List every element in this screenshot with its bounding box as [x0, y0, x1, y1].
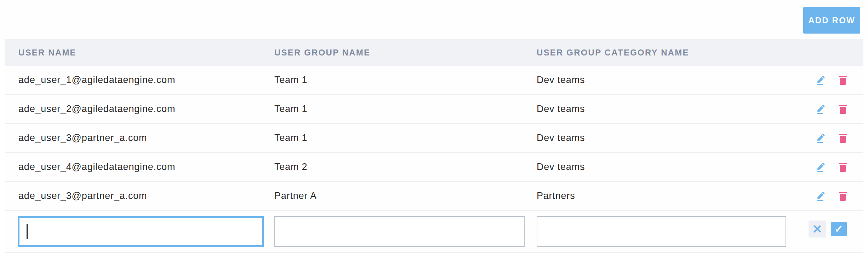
- delete-row-button[interactable]: [838, 104, 848, 114]
- trash-icon: [838, 133, 847, 143]
- table-row: ade_user_3@partner_a.com Partner A Partn…: [5, 182, 863, 211]
- cell-user-name: ade_user_1@agiledataengine.com: [5, 75, 274, 86]
- cell-user-name: ade_user_2@agiledataengine.com: [5, 104, 274, 115]
- edit-row-button[interactable]: [816, 190, 826, 201]
- row-actions: [799, 133, 863, 143]
- cell-user-group-name: Team 1: [274, 133, 537, 143]
- table-row: ade_user_2@agiledataengine.com Team 1 De…: [5, 95, 863, 124]
- table-row: ade_user_1@agiledataengine.com Team 1 De…: [5, 66, 863, 95]
- cancel-new-row-button[interactable]: ✕: [809, 221, 826, 238]
- table-body: ade_user_1@agiledataengine.com Team 1 De…: [5, 66, 863, 211]
- text-caret: [27, 224, 28, 239]
- cell-user-name: ade_user_3@partner_a.com: [5, 133, 274, 143]
- delete-row-button[interactable]: [838, 162, 848, 172]
- pencil-icon: [816, 162, 826, 172]
- cell-user-group-name: Partner A: [274, 190, 537, 201]
- table-row: ade_user_3@partner_a.com Team 1 Dev team…: [5, 124, 863, 153]
- cell-user-group-name: Team 2: [274, 162, 537, 172]
- pencil-icon: [816, 104, 826, 114]
- cell-user-group-category-name: Dev teams: [537, 75, 799, 86]
- trash-icon: [838, 162, 847, 172]
- confirm-new-row-button[interactable]: ✓: [831, 222, 847, 236]
- cell-user-group-category-name: Dev teams: [537, 104, 799, 115]
- trash-icon: [838, 104, 847, 114]
- pencil-icon: [816, 75, 826, 85]
- table-row: ade_user_4@agiledataengine.com Team 2 De…: [5, 153, 863, 182]
- delete-row-button[interactable]: [838, 133, 848, 143]
- x-icon: ✕: [812, 223, 822, 235]
- pencil-icon: [816, 190, 826, 201]
- header-user-group-category-name: USER GROUP CATEGORY NAME: [537, 48, 799, 58]
- edit-row-button[interactable]: [816, 104, 826, 114]
- new-user-group-name-wrap: [274, 216, 525, 247]
- edit-row-button[interactable]: [816, 162, 826, 172]
- trash-icon: [838, 190, 847, 201]
- check-icon: ✓: [834, 224, 843, 234]
- toolbar: ADD ROW: [0, 0, 868, 39]
- new-user-group-category-input[interactable]: [537, 216, 786, 247]
- user-groups-table: USER NAME USER GROUP NAME USER GROUP CAT…: [5, 39, 863, 253]
- edit-row-button[interactable]: [816, 133, 826, 143]
- cell-user-name: ade_user_4@agiledataengine.com: [5, 162, 274, 172]
- add-row-button[interactable]: ADD ROW: [803, 7, 860, 34]
- cell-user-name: ade_user_3@partner_a.com: [5, 190, 274, 201]
- cell-user-group-name: Team 1: [274, 75, 537, 86]
- row-actions: [799, 75, 863, 85]
- row-actions: [799, 104, 863, 114]
- row-actions: [799, 190, 863, 201]
- pencil-icon: [816, 133, 826, 143]
- header-user-name: USER NAME: [5, 48, 274, 58]
- new-user-group-category-wrap: [537, 216, 786, 247]
- delete-row-button[interactable]: [838, 190, 848, 201]
- delete-row-button[interactable]: [838, 75, 848, 85]
- row-actions: [799, 162, 863, 172]
- cell-user-group-category-name: Dev teams: [537, 162, 799, 172]
- cell-user-group-name: Team 1: [274, 104, 537, 115]
- cell-user-group-category-name: Dev teams: [537, 133, 799, 143]
- header-user-group-name: USER GROUP NAME: [274, 48, 537, 58]
- new-row-editor: ✕ ✓: [5, 211, 863, 253]
- new-user-name-input[interactable]: [18, 216, 264, 247]
- new-user-name-wrap: [18, 216, 264, 247]
- edit-row-button[interactable]: [816, 75, 826, 85]
- new-user-group-name-input[interactable]: [274, 216, 525, 247]
- cell-user-group-category-name: Partners: [537, 190, 799, 201]
- trash-icon: [838, 75, 847, 85]
- table-header-row: USER NAME USER GROUP NAME USER GROUP CAT…: [5, 39, 863, 66]
